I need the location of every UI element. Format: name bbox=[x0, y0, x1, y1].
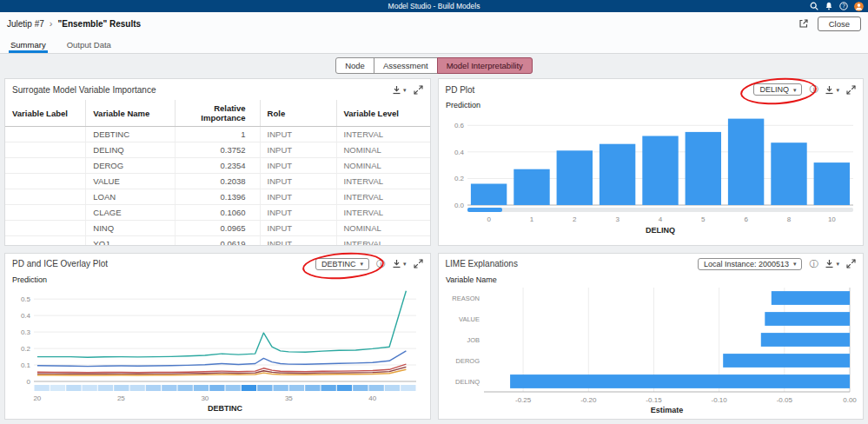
info-icon[interactable]: ⓘ bbox=[809, 85, 818, 94]
category-scrollbar-track[interactable] bbox=[467, 208, 853, 212]
rug-cell[interactable] bbox=[209, 385, 224, 391]
rug-cell[interactable] bbox=[369, 385, 384, 391]
category-scrollbar-thumb[interactable] bbox=[467, 208, 502, 212]
rug-cell[interactable] bbox=[66, 385, 81, 391]
table-row[interactable]: DEROG0.2354INPUTNOMINAL bbox=[5, 158, 430, 174]
table-row[interactable]: NINQ0.0965INPUTNOMINAL bbox=[5, 221, 430, 236]
download-icon[interactable]: ▾ bbox=[825, 259, 839, 268]
breadcrumb-pipeline[interactable]: Juletip #7 bbox=[7, 19, 44, 29]
table-cell: 0.2354 bbox=[175, 158, 260, 174]
column-header[interactable]: Role bbox=[260, 100, 336, 127]
dropdown-value: Local Instance: 2000513 bbox=[704, 260, 789, 268]
caret-down-icon: ▾ bbox=[793, 87, 797, 93]
rug-cell[interactable] bbox=[401, 385, 415, 391]
ice-plot-svg: Prediction00.10.20.30.40.52025303540DEBT… bbox=[10, 275, 425, 418]
download-icon[interactable]: ▾ bbox=[392, 259, 407, 268]
x-tick-label: -0.25 bbox=[514, 396, 531, 404]
rug-cell[interactable] bbox=[50, 385, 65, 391]
view-model-interpretability-button[interactable]: Model Interpretability bbox=[437, 57, 533, 74]
download-icon[interactable]: ▾ bbox=[392, 85, 407, 95]
rug-cell[interactable] bbox=[194, 385, 209, 391]
rug-cell[interactable] bbox=[305, 385, 320, 391]
lime-bar-JOB[interactable] bbox=[760, 333, 849, 347]
view-node-button[interactable]: Node bbox=[335, 57, 374, 74]
pd-bar-6[interactable] bbox=[727, 119, 763, 205]
rug-cell[interactable] bbox=[162, 385, 176, 391]
table-cell: 0.2038 bbox=[175, 174, 260, 189]
rug-cell[interactable] bbox=[83, 385, 97, 391]
pd-bar-2[interactable] bbox=[556, 150, 592, 205]
column-header[interactable]: Relative Importance bbox=[175, 100, 260, 127]
results-panels: Surrogate Model Variable Importance ▾ Va… bbox=[4, 78, 864, 420]
expand-icon[interactable] bbox=[846, 259, 856, 268]
panel-header: Surrogate Model Variable Importance ▾ bbox=[5, 79, 430, 100]
y-category-label: JOB bbox=[467, 336, 480, 344]
rug-cell[interactable] bbox=[257, 385, 272, 391]
info-icon[interactable]: ⓘ bbox=[809, 260, 818, 268]
table-cell: DELINQ bbox=[86, 142, 176, 158]
table-cell: INTERVAL bbox=[336, 174, 430, 189]
x-tick-label: 25 bbox=[117, 394, 125, 402]
export-icon[interactable] bbox=[798, 18, 809, 29]
ice-y-axis-title: Prediction bbox=[12, 275, 47, 284]
expand-icon[interactable] bbox=[846, 85, 856, 95]
download-icon[interactable]: ▾ bbox=[825, 85, 839, 95]
lime-bar-DEROG[interactable] bbox=[723, 354, 850, 368]
user-avatar[interactable] bbox=[854, 2, 864, 11]
close-button[interactable]: Close bbox=[818, 17, 861, 31]
rug-cell[interactable] bbox=[385, 385, 400, 391]
line-series-teal[interactable] bbox=[37, 290, 407, 357]
rug-cell[interactable] bbox=[35, 385, 50, 391]
table-row[interactable]: CLAGE0.1060INPUTINTERVAL bbox=[5, 205, 430, 221]
help-icon[interactable]: ? bbox=[839, 2, 848, 10]
column-header[interactable]: Variable Name bbox=[86, 100, 176, 127]
column-header[interactable]: Variable Label bbox=[5, 100, 86, 127]
lime-bar-REASON[interactable] bbox=[771, 291, 849, 305]
notifications-icon[interactable] bbox=[825, 2, 833, 10]
search-icon[interactable] bbox=[810, 2, 818, 10]
rug-cell[interactable] bbox=[146, 385, 161, 391]
pd-bar-8[interactable] bbox=[771, 142, 806, 205]
y-tick-label: 0.4 bbox=[21, 312, 31, 320]
rug-cell[interactable] bbox=[130, 385, 145, 391]
column-header[interactable]: Variable Level bbox=[336, 100, 430, 127]
rug-cell[interactable] bbox=[321, 385, 336, 391]
pd-bar-0[interactable] bbox=[470, 184, 506, 206]
pd-bar-1[interactable] bbox=[514, 169, 549, 205]
table-row[interactable]: DEBTINC1INPUTINTERVAL bbox=[5, 127, 430, 142]
tab-summary[interactable]: Summary bbox=[9, 37, 48, 53]
rug-cell[interactable] bbox=[337, 385, 352, 391]
table-cell: INPUT bbox=[260, 221, 336, 236]
lime-instance-dropdown[interactable]: Local Instance: 2000513 ▾ bbox=[698, 258, 803, 270]
rug-cell[interactable] bbox=[274, 385, 288, 391]
rug-cell[interactable] bbox=[98, 385, 113, 391]
expand-icon[interactable] bbox=[414, 259, 423, 268]
table-row[interactable]: YOJ0.0619INPUTINTERVAL bbox=[5, 236, 430, 246]
pd-bar-3[interactable] bbox=[599, 144, 634, 205]
table-cell: NOMINAL bbox=[336, 221, 430, 236]
tab-output-data[interactable]: Output Data bbox=[65, 37, 113, 53]
rug-cell[interactable] bbox=[353, 385, 368, 391]
panel-tools: DELINQ ▾ ⓘ ▾ bbox=[753, 83, 856, 96]
table-row[interactable]: LOAN0.1396INPUTINTERVAL bbox=[5, 189, 430, 205]
rug-cell[interactable] bbox=[226, 385, 241, 391]
x-tick-label: 10 bbox=[827, 215, 835, 223]
pd-bar-5[interactable] bbox=[685, 132, 720, 205]
view-assessment-button[interactable]: Assessment bbox=[374, 57, 438, 74]
rug-cell[interactable] bbox=[289, 385, 304, 391]
pd-bar-10[interactable] bbox=[813, 162, 849, 205]
table-cell: INPUT bbox=[260, 142, 336, 158]
table-row[interactable]: VALUE0.2038INPUTINTERVAL bbox=[5, 174, 430, 189]
lime-bar-DELINQ[interactable] bbox=[510, 374, 850, 388]
rug-cell[interactable] bbox=[178, 385, 193, 391]
info-icon[interactable]: ⓘ bbox=[376, 260, 385, 268]
pd-variable-dropdown[interactable]: DELINQ ▾ bbox=[753, 83, 802, 96]
caret-down-icon: ▾ bbox=[836, 87, 839, 93]
rug-cell[interactable] bbox=[114, 385, 129, 391]
table-row[interactable]: DELINQ0.3752INPUTNOMINAL bbox=[5, 142, 430, 158]
lime-bar-VALUE[interactable] bbox=[765, 312, 850, 326]
pd-bar-4[interactable] bbox=[642, 136, 678, 206]
ice-variable-dropdown[interactable]: DEBTINC ▾ bbox=[315, 258, 369, 270]
expand-icon[interactable] bbox=[414, 85, 423, 95]
rug-cell[interactable] bbox=[242, 385, 256, 391]
